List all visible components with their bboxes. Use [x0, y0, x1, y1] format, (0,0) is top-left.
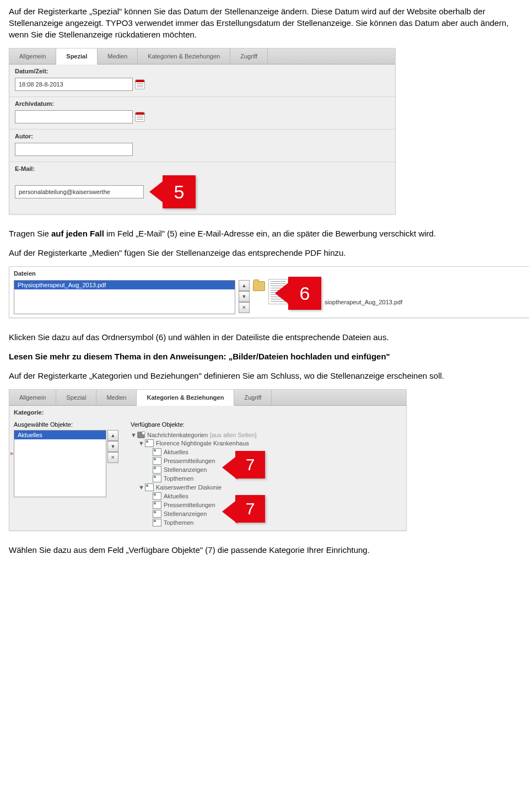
page-icon	[153, 492, 161, 500]
callout-7-label: 7	[235, 451, 265, 478]
page-icon	[153, 466, 161, 474]
page-icon	[153, 519, 161, 526]
move-down-button[interactable]: ▼	[107, 441, 118, 452]
input-email[interactable]	[15, 185, 144, 198]
tree-leaf[interactable]: Aktuelles	[131, 492, 402, 501]
intro-paragraph-1: Auf der Registerkarte „Spezial" können S…	[9, 6, 520, 40]
screenshot-spezial-tab: Allgemein Spezial Medien Kategorien & Be…	[9, 48, 396, 214]
callout-7-label: 7	[235, 495, 265, 523]
callout-5: 5	[163, 175, 196, 208]
callout-7b: 7	[235, 495, 265, 523]
page-icon	[145, 483, 154, 491]
marker-icon: ▶	[10, 451, 14, 456]
page-icon	[153, 475, 161, 482]
tree-root[interactable]: ▼Nachrichtenkategorien [aus allen Seiten…	[131, 431, 402, 439]
calendar-icon[interactable]	[135, 112, 145, 122]
tree-node[interactable]: ▼Kaiserswerther Diakonie	[131, 483, 402, 492]
callout-6-label: 6	[288, 277, 321, 310]
field-archivdatum: Archivdatum:	[9, 97, 395, 130]
page-icon	[153, 448, 161, 456]
calendar-icon[interactable]	[135, 79, 145, 89]
field-autor: Autor:	[9, 130, 395, 162]
list-buttons: ▲ ▼ ✕	[239, 280, 250, 313]
tab-zugriff[interactable]: Zugriff	[230, 49, 268, 64]
tree-leaf[interactable]: Pressemitteilungen	[131, 501, 402, 509]
paragraph-select-category: Wählen Sie dazu aus dem Feld „Verfügbare…	[9, 544, 520, 556]
label-datum-zeit: Datum/Zeit:	[15, 68, 390, 74]
paragraph-medien: Auf der Registerkarte „Medien" fügen Sie…	[9, 247, 520, 259]
tabs-bar-2: Allgemein Spezial Medien Kategorien & Be…	[9, 390, 406, 406]
tab-kategorien[interactable]: Kategorien & Beziehungen	[138, 49, 230, 64]
screenshot-dateien: Dateien Physioptherapeut_Aug_2013.pdf ▲ …	[9, 266, 529, 318]
tree-leaf[interactable]: Topthemen	[131, 474, 402, 483]
category-icon	[137, 432, 145, 438]
move-up-button[interactable]: ▲	[239, 280, 250, 291]
tab-allgemein[interactable]: Allgemein	[9, 390, 56, 405]
move-up-button[interactable]: ▲	[107, 430, 118, 441]
input-archivdatum[interactable]	[15, 110, 133, 123]
tree-leaf[interactable]: Stellenanzeigen	[131, 465, 402, 474]
callout-7a: 7	[235, 451, 265, 478]
remove-button[interactable]: ✕	[107, 452, 118, 463]
label-archivdatum: Archivdatum:	[15, 100, 390, 107]
tab-spezial[interactable]: Spezial	[56, 49, 98, 64]
tabs-bar-1: Allgemein Spezial Medien Kategorien & Be…	[9, 49, 395, 64]
page-icon	[153, 510, 161, 518]
list-buttons: ▲ ▼ ✕	[107, 430, 118, 497]
label-dateien: Dateien	[14, 270, 526, 277]
tree-leaf[interactable]: Aktuelles	[131, 448, 402, 456]
callout-5-label: 5	[163, 175, 196, 208]
tree-leaf[interactable]: Stellenanzeigen	[131, 509, 402, 518]
tab-medien[interactable]: Medien	[98, 49, 138, 64]
tree-leaf[interactable]: Pressemitteilungen	[131, 456, 402, 465]
remove-button[interactable]: ✕	[239, 302, 250, 313]
label-kategorie: Kategorie:	[14, 409, 402, 416]
field-email: E-Mail: 5	[9, 162, 395, 214]
category-tree: ▼Nachrichtenkategorien [aus allen Seiten…	[131, 431, 402, 527]
field-datum-zeit: Datum/Zeit:	[9, 64, 395, 97]
label-email: E-Mail:	[15, 165, 390, 172]
screenshot-kategorien-tab: Allgemein Spezial Medien Kategorien & Be…	[9, 389, 407, 531]
callout-6: 6	[288, 277, 321, 310]
file-option[interactable]: Physioptherapeut_Aug_2013.pdf	[14, 281, 235, 289]
label-autor: Autor:	[15, 133, 390, 139]
input-datum-zeit[interactable]	[15, 78, 133, 91]
selected-option[interactable]: Aktuelles	[14, 431, 106, 439]
file-select-list[interactable]: Physioptherapeut_Aug_2013.pdf	[14, 280, 235, 314]
paragraph-email-hint: Tragen Sie auf jeden Fall im Feld „E-Mai…	[9, 228, 520, 239]
paragraph-read-more: Lesen Sie mehr zu diesem Thema in den An…	[9, 351, 520, 362]
tab-spezial[interactable]: Spezial	[56, 390, 96, 405]
label-ausgewaehlte: Ausgewählte Objekte:	[14, 421, 118, 428]
label-verfuegbare: Verfügbare Objekte:	[131, 421, 402, 428]
tree-node[interactable]: ▼Florence Nightingale Krankenhaus	[131, 439, 402, 448]
page-icon	[153, 501, 161, 509]
page-icon	[145, 439, 154, 447]
tab-kategorien[interactable]: Kategorien & Beziehungen	[137, 390, 234, 406]
tab-zugriff[interactable]: Zugriff	[234, 390, 272, 405]
folder-icon[interactable]	[253, 281, 265, 291]
file-name-label: sioptherapeut_Aug_2013.pdf	[325, 299, 402, 305]
input-autor[interactable]	[15, 143, 133, 156]
page-icon	[153, 457, 161, 465]
selected-objects-list[interactable]: Aktuelles	[14, 430, 106, 497]
move-down-button[interactable]: ▼	[239, 291, 250, 302]
tree-leaf[interactable]: Topthemen	[131, 518, 402, 527]
tab-medien[interactable]: Medien	[96, 390, 137, 405]
paragraph-kategorien: Auf der Registerkarte „Kategorien und Be…	[9, 370, 520, 381]
paragraph-folder-hint: Klicken Sie dazu auf das Ordnersymbol (6…	[9, 331, 520, 343]
tab-allgemein[interactable]: Allgemein	[9, 49, 56, 64]
